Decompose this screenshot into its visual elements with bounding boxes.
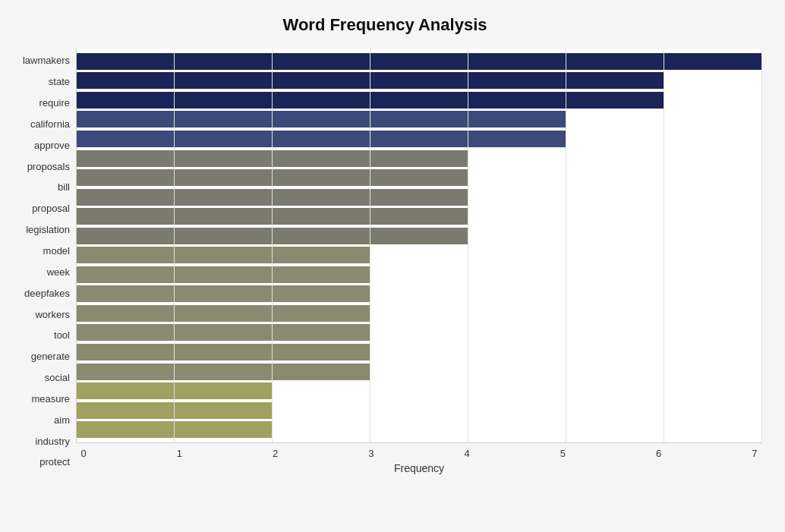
y-label: model (43, 246, 70, 256)
bar (77, 189, 468, 206)
chart-title: Word Frequency Analysis (8, 15, 762, 35)
bar-row (77, 168, 762, 187)
y-label: state (49, 77, 70, 87)
x-axis: 01234567 (76, 443, 762, 459)
y-label: aim (54, 415, 70, 425)
bar (77, 421, 273, 438)
bar-row (77, 362, 762, 382)
bar-row (77, 110, 762, 130)
bar (77, 150, 468, 167)
y-label: generate (31, 351, 70, 361)
bar (77, 169, 468, 186)
bar (77, 344, 370, 360)
bar (77, 92, 664, 109)
bars-area (76, 49, 762, 443)
bar-row (77, 342, 762, 362)
bar-row (77, 401, 762, 420)
bar-row (77, 90, 762, 110)
x-tick: 1 (172, 448, 187, 459)
bar (77, 247, 370, 263)
y-label: tool (54, 330, 70, 340)
y-label: proposal (32, 203, 70, 213)
bar (77, 382, 273, 399)
bar-row (77, 187, 762, 207)
y-label: social (45, 373, 70, 382)
bar (77, 266, 370, 283)
y-label: workers (35, 310, 70, 320)
x-tick: 4 (459, 448, 474, 459)
bar (77, 72, 664, 89)
y-label: proposals (27, 162, 70, 172)
bar-row (77, 265, 762, 285)
bar-row (77, 129, 762, 149)
chart-area: lawmakersstaterequirecaliforniaapprovepr… (8, 49, 762, 474)
bar-row (77, 149, 762, 168)
y-label: measure (31, 394, 70, 404)
y-label: require (39, 98, 70, 108)
y-label: protect (39, 457, 70, 467)
bar (77, 131, 566, 147)
bar-row (77, 245, 762, 265)
y-label: deepfakes (24, 288, 70, 298)
bar (77, 402, 273, 419)
x-tick: 7 (747, 448, 762, 459)
y-label: week (47, 267, 70, 277)
bar-row (77, 323, 762, 343)
y-label: legislation (26, 225, 70, 235)
x-tick: 2 (268, 448, 283, 459)
x-tick: 6 (651, 448, 667, 459)
y-label: lawmakers (23, 55, 70, 65)
bars-and-xaxis: 01234567 Frequency (76, 49, 762, 474)
bar (77, 111, 566, 127)
x-tick: 5 (555, 448, 570, 459)
bar-row (77, 285, 762, 304)
y-label: california (30, 119, 70, 129)
bar (77, 364, 370, 380)
x-axis-label: Frequency (76, 462, 762, 474)
x-tick: 3 (364, 448, 379, 459)
bar (77, 228, 468, 244)
bar-row (77, 52, 762, 71)
bar-row (77, 381, 762, 401)
bar-row (77, 226, 762, 246)
bar-row (77, 420, 762, 439)
bar (77, 208, 468, 225)
bar-row (77, 71, 762, 91)
y-label: industry (35, 436, 70, 446)
y-label: bill (58, 182, 70, 192)
bar (77, 324, 370, 341)
y-labels: lawmakersstaterequirecaliforniaapprovepr… (8, 49, 76, 474)
bar (77, 305, 370, 322)
bar-row (77, 206, 762, 226)
chart-container: Word Frequency Analysis lawmakersstatere… (0, 0, 785, 532)
bar-row (77, 304, 762, 323)
y-label: approve (34, 140, 70, 150)
x-tick: 0 (76, 448, 91, 459)
bar (77, 285, 370, 302)
bar (77, 53, 762, 70)
